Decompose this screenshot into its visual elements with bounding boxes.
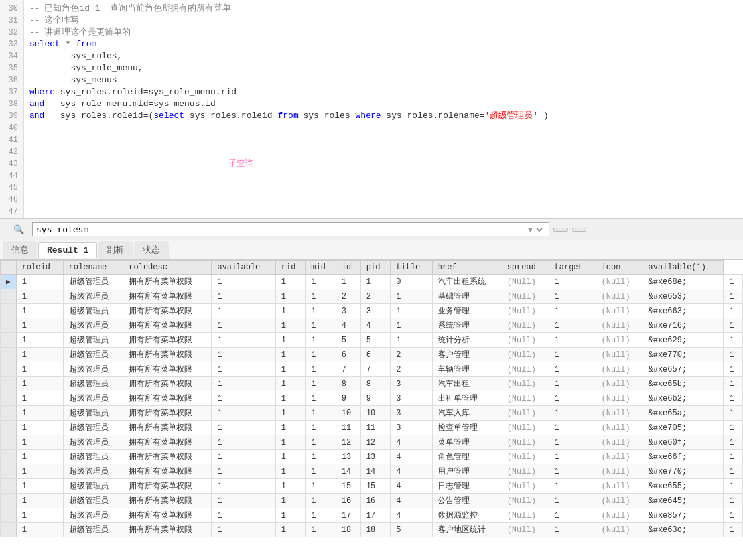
- table-cell: 超级管理员: [63, 406, 123, 421]
- table-cell: 1: [275, 421, 305, 435]
- column-header-pid[interactable]: pid: [360, 261, 390, 275]
- table-cell: 1: [724, 508, 743, 523]
- code-content[interactable]: -- 已知角色id=1 查询当前角色所拥有的所有菜单-- 这个咋写-- 讲道理这…: [24, 0, 743, 218]
- table-cell: 拥有所有菜单权限: [123, 377, 212, 391]
- table-cell: 1: [212, 508, 275, 523]
- tab-result1[interactable]: Result 1: [38, 242, 97, 258]
- column-header-target[interactable]: target: [549, 261, 596, 275]
- table-cell: 1: [16, 333, 63, 348]
- table-row[interactable]: 1超级管理员拥有所有菜单权限111551统计分析(Null)1(Null)&#x…: [1, 333, 743, 348]
- column-header-mid[interactable]: mid: [306, 261, 336, 275]
- editor-area: 3031323334353637383940414243444546474849…: [0, 0, 743, 219]
- table-row[interactable]: 1超级管理员拥有所有菜单权限11116164公告管理(Null)1(Null)&…: [1, 494, 743, 508]
- column-header-available-1-[interactable]: available(1): [643, 261, 724, 275]
- table-cell: 1: [549, 494, 596, 508]
- table-row[interactable]: 1超级管理员拥有所有菜单权限11110103汽车入库(Null)1(Null)&…: [1, 406, 743, 421]
- table-cell: &#xe705;: [643, 421, 724, 435]
- table-cell: (Null): [502, 464, 549, 479]
- table-cell: 5: [391, 523, 432, 537]
- table-cell: 客户地区统计: [432, 523, 502, 537]
- column-header-href[interactable]: href: [432, 261, 502, 275]
- table-cell: 1: [16, 435, 63, 450]
- table-cell: 4: [391, 435, 432, 450]
- table-cell: 4: [391, 464, 432, 479]
- table-cell: 1: [724, 450, 743, 464]
- column-header-roledesc[interactable]: roledesc: [123, 261, 212, 275]
- table-cell: (Null): [502, 406, 549, 421]
- table-row[interactable]: 1超级管理员拥有所有菜单权限111662客户管理(Null)1(Null)&#x…: [1, 348, 743, 362]
- table-cell: 4: [360, 318, 390, 333]
- table-cell: 12: [360, 435, 390, 450]
- table-row[interactable]: 1超级管理员拥有所有菜单权限11115154日志管理(Null)1(Null)&…: [1, 479, 743, 494]
- table-cell: 1: [212, 333, 275, 348]
- table-cell: 1: [212, 464, 275, 479]
- table-cell: (Null): [596, 523, 643, 537]
- tab-status[interactable]: 状态: [134, 241, 169, 259]
- table-row[interactable]: 1超级管理员拥有所有菜单权限11114144用户管理(Null)1(Null)&…: [1, 464, 743, 479]
- tab-info[interactable]: 信息: [3, 241, 37, 259]
- table-cell: 1: [275, 318, 305, 333]
- next-button[interactable]: [553, 228, 568, 232]
- table-row[interactable]: 1超级管理员拥有所有菜单权限11113134角色管理(Null)1(Null)&…: [1, 450, 743, 464]
- table-row[interactable]: 1超级管理员拥有所有菜单权限111883汽车出租(Null)1(Null)&#x…: [1, 377, 743, 391]
- table-cell: 1: [549, 421, 596, 435]
- table-cell: 1: [336, 275, 360, 289]
- table-cell: (Null): [596, 333, 643, 348]
- table-cell: 1: [724, 464, 743, 479]
- table-cell: 1: [724, 523, 743, 537]
- table-cell: 拥有所有菜单权限: [123, 494, 212, 508]
- table-cell: (Null): [596, 304, 643, 318]
- table-cell: 1: [306, 304, 336, 318]
- table-cell: 12: [336, 435, 360, 450]
- table-cell: 拥有所有菜单权限: [123, 275, 212, 289]
- table-row[interactable]: 1超级管理员拥有所有菜单权限111993出租单管理(Null)1(Null)&#…: [1, 391, 743, 406]
- table-cell: 14: [360, 464, 390, 479]
- table-cell: 拥有所有菜单权限: [123, 318, 212, 333]
- table-row[interactable]: 1超级管理员拥有所有菜单权限11117174数据源监控(Null)1(Null)…: [1, 508, 743, 523]
- table-cell: 1: [549, 391, 596, 406]
- table-cell: 1: [306, 362, 336, 377]
- table-cell: 1: [275, 494, 305, 508]
- column-header-id[interactable]: id: [336, 261, 360, 275]
- table-cell: 17: [360, 508, 390, 523]
- table-cell: (Null): [596, 289, 643, 304]
- table-cell: 1: [275, 523, 305, 537]
- table-cell: 超级管理员: [63, 450, 123, 464]
- table-cell: (Null): [502, 275, 549, 289]
- search-dropdown[interactable]: ▼: [524, 225, 545, 234]
- table-cell: 6: [336, 348, 360, 362]
- table-cell: 拥有所有菜单权限: [123, 333, 212, 348]
- column-header-spread[interactable]: spread: [502, 261, 549, 275]
- table-row[interactable]: 1超级管理员拥有所有菜单权限111441系统管理(Null)1(Null)&#x…: [1, 318, 743, 333]
- table-row[interactable]: 1超级管理员拥有所有菜单权限11118185客户地区统计(Null)1(Null…: [1, 523, 743, 537]
- results-area[interactable]: roleidrolenameroledescavailableridmididp…: [0, 260, 743, 560]
- table-row[interactable]: 1超级管理员拥有所有菜单权限111772车辆管理(Null)1(Null)&#x…: [1, 362, 743, 377]
- table-row[interactable]: 1超级管理员拥有所有菜单权限111331业务管理(Null)1(Null)&#x…: [1, 304, 743, 318]
- column-header-title[interactable]: title: [391, 261, 432, 275]
- table-cell: 1: [306, 508, 336, 523]
- highlight-button[interactable]: [572, 228, 586, 232]
- search-input[interactable]: [36, 224, 524, 234]
- table-cell: (Null): [502, 348, 549, 362]
- table-row[interactable]: 1超级管理员拥有所有菜单权限111221基础管理(Null)1(Null)&#x…: [1, 289, 743, 304]
- table-cell: 0: [391, 275, 432, 289]
- table-row[interactable]: ▶1超级管理员拥有所有菜单权限111110汽车出租系统(Null)1(Null)…: [1, 275, 743, 289]
- row-marker: [1, 406, 17, 421]
- table-cell: 1: [724, 494, 743, 508]
- table-cell: &#xe645;: [643, 494, 724, 508]
- table-cell: 14: [336, 464, 360, 479]
- column-header-rid[interactable]: rid: [275, 261, 305, 275]
- table-body: ▶1超级管理员拥有所有菜单权限111110汽车出租系统(Null)1(Null)…: [1, 275, 743, 537]
- column-header-roleid[interactable]: roleid: [16, 261, 63, 275]
- column-header-rolename[interactable]: rolename: [63, 261, 123, 275]
- tab-profiler[interactable]: 剖析: [98, 241, 133, 259]
- table-cell: (Null): [596, 421, 643, 435]
- table-cell: 18: [360, 523, 390, 537]
- table-cell: 1: [16, 479, 63, 494]
- table-cell: (Null): [596, 391, 643, 406]
- column-header-icon[interactable]: icon: [596, 261, 643, 275]
- table-row[interactable]: 1超级管理员拥有所有菜单权限11111113检查单管理(Null)1(Null)…: [1, 421, 743, 435]
- table-row[interactable]: 1超级管理员拥有所有菜单权限11112124菜单管理(Null)1(Null)&…: [1, 435, 743, 450]
- table-cell: 1: [275, 333, 305, 348]
- column-header-available[interactable]: available: [212, 261, 275, 275]
